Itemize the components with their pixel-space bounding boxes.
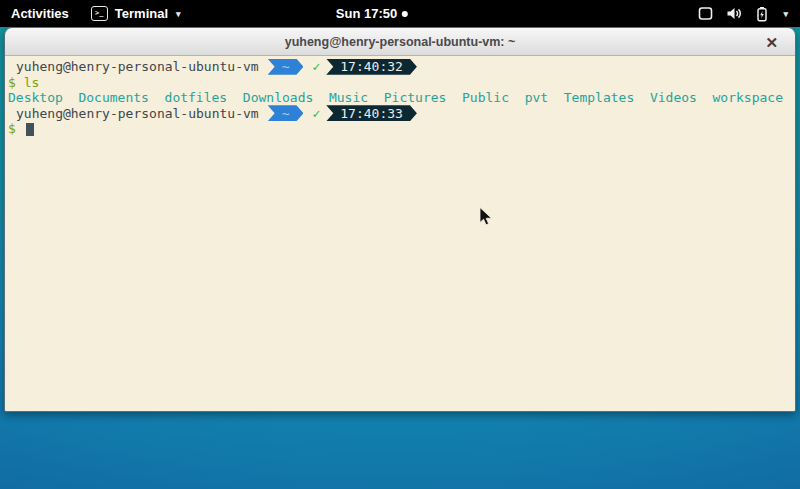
powerline-time-segment: 17:40:33 <box>326 105 417 121</box>
prompt-path: ~ <box>282 106 290 122</box>
chevron-down-icon: ▾ <box>783 9 788 19</box>
prompt-dollar: $ <box>8 121 16 136</box>
directory-name: workspace <box>713 90 783 105</box>
status-check-icon: ✓ <box>312 106 320 122</box>
battery-charging-icon <box>755 6 769 22</box>
window-title: yuheng@henry-personal-ubuntu-vm: ~ <box>285 35 516 49</box>
directory-name: Templates <box>564 90 634 105</box>
directory-name: Videos <box>650 90 697 105</box>
powerline-path-segment: ~ <box>268 105 304 121</box>
app-menu-label: Terminal <box>115 6 168 21</box>
prompt-time: 17:40:32 <box>340 59 403 75</box>
system-menu-button[interactable]: ▾ <box>686 0 800 27</box>
clock-label: Sun 17:50 <box>336 6 397 21</box>
prompt-user-host: yuheng@henry-personal-ubuntu-vm <box>16 59 259 75</box>
title-bar[interactable]: yuheng@henry-personal-ubuntu-vm: ~ ✕ <box>5 28 795 56</box>
notification-dot <box>402 11 408 17</box>
terminal-cursor <box>26 123 34 136</box>
directory-name: pvt <box>525 90 548 105</box>
top-bar: Activities >_ Terminal ▾ Sun 17:50 ▾ <box>0 0 800 27</box>
close-button[interactable]: ✕ <box>765 34 778 49</box>
volume-icon <box>726 6 742 21</box>
ls-output-line: Desktop Documents dotfiles Downloads Mus… <box>8 90 792 106</box>
prompt-line: yuheng@henry-personal-ubuntu-vm ~ ✓ 17:4… <box>8 106 792 122</box>
prompt-path: ~ <box>282 59 290 75</box>
current-command-line[interactable]: $ <box>8 121 792 137</box>
app-menu-button[interactable]: >_ Terminal ▾ <box>80 0 192 27</box>
directory-name: Downloads <box>243 90 313 105</box>
prompt-time: 17:40:33 <box>340 106 403 122</box>
chevron-down-icon: ▾ <box>176 9 181 19</box>
typed-command: ls <box>24 75 40 90</box>
directory-name: dotfiles <box>165 90 228 105</box>
command-line: $ ls <box>8 75 792 91</box>
powerline-time-segment: 17:40:32 <box>326 59 417 75</box>
terminal-window: yuheng@henry-personal-ubuntu-vm: ~ ✕ yuh… <box>4 27 796 412</box>
prompt-user-host: yuheng@henry-personal-ubuntu-vm <box>16 106 259 122</box>
activities-button[interactable]: Activities <box>0 0 80 27</box>
mouse-pointer <box>479 207 493 227</box>
directory-name: Pictures <box>384 90 447 105</box>
directory-name: Music <box>329 90 368 105</box>
powerline-path-segment: ~ <box>268 59 304 75</box>
prompt-line: yuheng@henry-personal-ubuntu-vm ~ ✓ 17:4… <box>8 59 792 75</box>
terminal-content[interactable]: yuheng@henry-personal-ubuntu-vm ~ ✓ 17:4… <box>5 56 795 411</box>
directory-name: Documents <box>78 90 148 105</box>
window-icon <box>698 6 713 21</box>
directory-name: Desktop <box>8 90 63 105</box>
terminal-icon: >_ <box>91 6 108 21</box>
status-check-icon: ✓ <box>312 59 320 75</box>
prompt-dollar: $ <box>8 75 16 90</box>
directory-name: Public <box>462 90 509 105</box>
clock-button[interactable]: Sun 17:50 <box>328 0 416 27</box>
